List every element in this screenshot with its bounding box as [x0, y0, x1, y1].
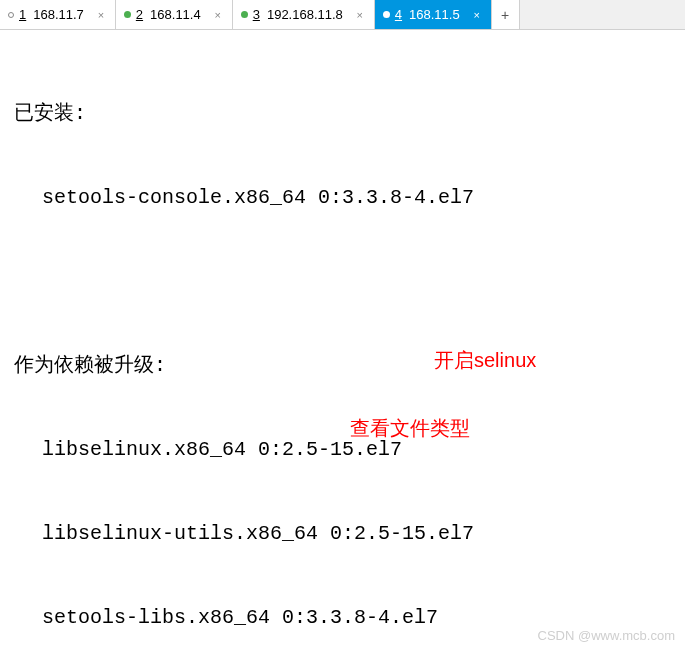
blank-line — [14, 268, 679, 296]
tab-number: 4 — [395, 7, 402, 22]
close-icon[interactable]: × — [471, 9, 483, 21]
tab-label: 168.11.4 — [150, 7, 201, 22]
status-dot-icon — [383, 11, 390, 18]
close-icon[interactable]: × — [95, 9, 107, 21]
tab-4[interactable]: 4 168.11.5 × — [375, 0, 492, 29]
tab-3[interactable]: 3 192.168.11.8 × — [233, 0, 375, 29]
dep-package: libselinux-utils.x86_64 0:2.5-15.el7 — [14, 520, 679, 548]
terminal-output[interactable]: 已安装: setools-console.x86_64 0:3.3.8-4.el… — [0, 30, 685, 649]
tab-label: 168.11.5 — [409, 7, 460, 22]
watermark: CSDN @www.mcb.com — [538, 628, 675, 643]
tab-number: 1 — [19, 7, 26, 22]
plus-icon: + — [501, 7, 509, 23]
status-dot-icon — [8, 12, 14, 18]
close-icon[interactable]: × — [354, 9, 366, 21]
new-tab-button[interactable]: + — [492, 0, 520, 29]
tab-1[interactable]: 1 168.11.7 × — [0, 0, 116, 29]
status-dot-icon — [241, 11, 248, 18]
tab-2[interactable]: 2 168.11.4 × — [116, 0, 233, 29]
installed-package: setools-console.x86_64 0:3.3.8-4.el7 — [14, 184, 679, 212]
installed-header: 已安装: — [14, 100, 679, 128]
status-dot-icon — [124, 11, 131, 18]
close-icon[interactable]: × — [212, 9, 224, 21]
tab-label: 192.168.11.8 — [267, 7, 343, 22]
tab-label: 168.11.7 — [33, 7, 84, 22]
annotation-selinux: 开启selinux — [434, 346, 536, 374]
annotation-filetype: 查看文件类型 — [350, 414, 470, 442]
tab-bar: 1 168.11.7 × 2 168.11.4 × 3 192.168.11.8… — [0, 0, 685, 30]
tab-number: 2 — [136, 7, 143, 22]
deps-header: 作为依赖被升级: — [14, 352, 679, 380]
tab-number: 3 — [253, 7, 260, 22]
dep-package: libselinux.x86_64 0:2.5-15.el7 — [14, 436, 679, 464]
